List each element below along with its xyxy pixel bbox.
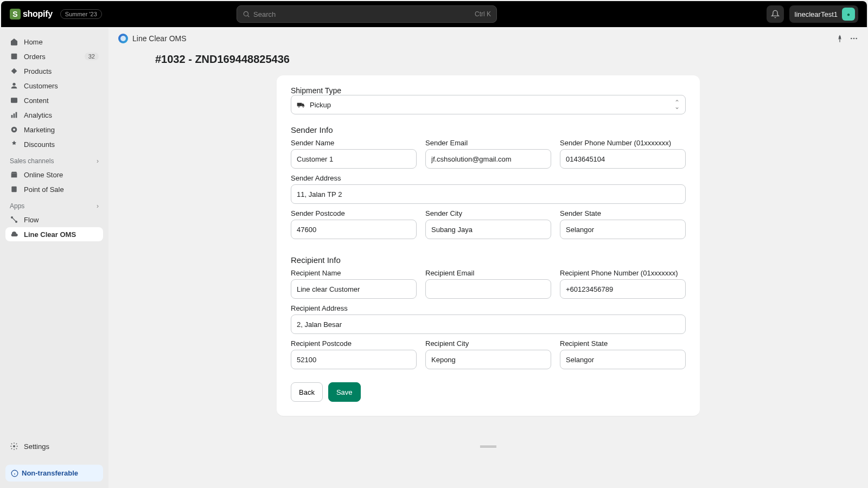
home-icon (10, 37, 18, 46)
sidebar-item-label: Point of Sale (24, 185, 64, 194)
sender-state-input[interactable] (560, 220, 686, 239)
sender-address-input[interactable] (291, 184, 686, 204)
sidebar-item-label: Flow (24, 216, 39, 224)
shipment-type-select[interactable]: Pickup ⌃⌄ (291, 95, 686, 114)
resize-handle[interactable]: ═══ (108, 438, 868, 455)
recipient-postcode-label: Recipient Postcode (291, 339, 417, 348)
shopify-bag-icon: S (10, 9, 21, 20)
svg-point-0 (244, 11, 248, 16)
chevron-right-icon: › (97, 202, 99, 210)
app-header: Line Clear OMS (108, 28, 868, 49)
cloud-icon (10, 230, 18, 239)
svg-point-24 (303, 106, 304, 107)
non-transferable-banner[interactable]: Non-transferable (5, 465, 103, 481)
sidebar-item-flow[interactable]: Flow (5, 213, 103, 227)
sender-postcode-input[interactable] (291, 220, 417, 239)
bell-icon (771, 10, 780, 18)
sender-email-label: Sender Email (425, 139, 551, 147)
products-icon (10, 67, 18, 75)
sender-email-input[interactable] (425, 149, 551, 169)
sales-channels-section[interactable]: Sales channels › (5, 152, 103, 167)
svg-rect-10 (11, 173, 17, 177)
sender-city-input[interactable] (425, 220, 551, 239)
flow-icon (10, 215, 18, 224)
sidebar-item-content[interactable]: Content (5, 93, 103, 107)
svg-rect-5 (11, 115, 13, 118)
recipient-postcode-input[interactable] (291, 350, 417, 369)
shopify-brand[interactable]: S shopify (10, 9, 53, 20)
svg-point-19 (851, 38, 852, 40)
sidebar-item-orders[interactable]: Orders 32 (5, 49, 103, 63)
username: lineclearTest1 (795, 10, 838, 18)
app-title: Line Clear OMS (132, 34, 187, 43)
recipient-address-label: Recipient Address (291, 304, 686, 312)
sidebar-item-marketing[interactable]: Marketing (5, 123, 103, 137)
svg-point-21 (856, 38, 857, 40)
marketing-icon (10, 125, 18, 134)
sidebar-item-pos[interactable]: Point of Sale (5, 182, 103, 196)
apps-section[interactable]: Apps › (5, 197, 103, 212)
select-arrows-icon: ⌃⌄ (674, 100, 680, 109)
sender-phone-label: Sender Phone Number (01xxxxxxx) (560, 139, 686, 147)
shipment-form-card: Shipment Type Pickup ⌃⌄ Sender Info Send… (277, 75, 700, 416)
back-button[interactable]: Back (291, 382, 323, 402)
more-button[interactable] (850, 34, 858, 43)
sidebar-item-customers[interactable]: Customers (5, 79, 103, 93)
svg-rect-4 (11, 98, 17, 102)
sidebar-item-line-clear-oms[interactable]: Line Clear OMS (5, 227, 103, 241)
shipment-type-label: Shipment Type (291, 86, 341, 95)
avatar: ● (842, 8, 855, 21)
recipient-state-input[interactable] (560, 350, 686, 369)
sidebar-item-products[interactable]: Products (5, 64, 103, 78)
user-menu[interactable]: lineclearTest1 ● (789, 5, 859, 23)
sender-name-input[interactable] (291, 149, 417, 169)
recipient-name-input[interactable] (291, 279, 417, 299)
svg-line-1 (248, 16, 250, 17)
svg-rect-6 (14, 113, 15, 118)
sender-phone-input[interactable] (560, 149, 686, 169)
sidebar-item-label: Discounts (24, 140, 55, 149)
page-title: #1032 - ZND169448825436 (155, 53, 846, 66)
sidebar-item-online-store[interactable]: Online Store (5, 168, 103, 182)
svg-point-23 (298, 106, 300, 107)
recipient-email-input[interactable] (425, 279, 551, 299)
sidebar-item-label: Products (24, 67, 52, 75)
settings-label: Settings (24, 442, 49, 451)
recipient-city-label: Recipient City (425, 339, 551, 348)
content-icon (10, 96, 18, 105)
orders-icon (10, 52, 18, 61)
pin-button[interactable] (835, 34, 844, 43)
sidebar-item-label: Content (24, 97, 49, 105)
pos-icon (10, 185, 18, 194)
sidebar-item-discounts[interactable]: Discounts (5, 137, 103, 151)
recipient-city-input[interactable] (425, 350, 551, 369)
recipient-name-label: Recipient Name (291, 269, 417, 277)
brand-word: shopify (23, 9, 53, 19)
recipient-phone-input[interactable] (560, 279, 686, 299)
shipment-type-value: Pickup (310, 101, 331, 109)
sidebar-item-label: Marketing (24, 126, 55, 134)
notifications-button[interactable] (767, 5, 784, 23)
sidebar-item-analytics[interactable]: Analytics (5, 108, 103, 122)
save-button[interactable]: Save (328, 382, 361, 402)
sender-info-title: Sender Info (291, 125, 686, 134)
topbar-right: lineclearTest1 ● (767, 5, 859, 23)
brand-wrap: S shopify Summer '23 (10, 9, 102, 20)
sidebar: Home Orders 32 Products Customers Conten… (0, 28, 108, 488)
sidebar-item-label: Customers (24, 82, 58, 90)
search-input[interactable]: Search Ctrl K (237, 5, 497, 23)
recipient-info-title: Recipient Info (291, 255, 686, 265)
sender-state-label: Sender State (560, 209, 686, 217)
topbar: S shopify Summer '23 Search Ctrl K linec… (1, 1, 867, 27)
gear-icon (10, 442, 18, 451)
sidebar-item-label: Online Store (24, 171, 63, 179)
sidebar-item-home[interactable]: Home (5, 35, 103, 49)
sidebar-item-settings[interactable]: Settings (5, 439, 103, 454)
recipient-address-input[interactable] (291, 314, 686, 334)
truck-icon (297, 101, 305, 108)
edition-badge[interactable]: Summer '23 (60, 9, 102, 19)
svg-rect-22 (297, 103, 302, 106)
main-content: Line Clear OMS #1032 - ZND169448825436 S… (108, 28, 868, 488)
svg-rect-11 (11, 187, 16, 192)
sender-postcode-label: Sender Postcode (291, 209, 417, 217)
